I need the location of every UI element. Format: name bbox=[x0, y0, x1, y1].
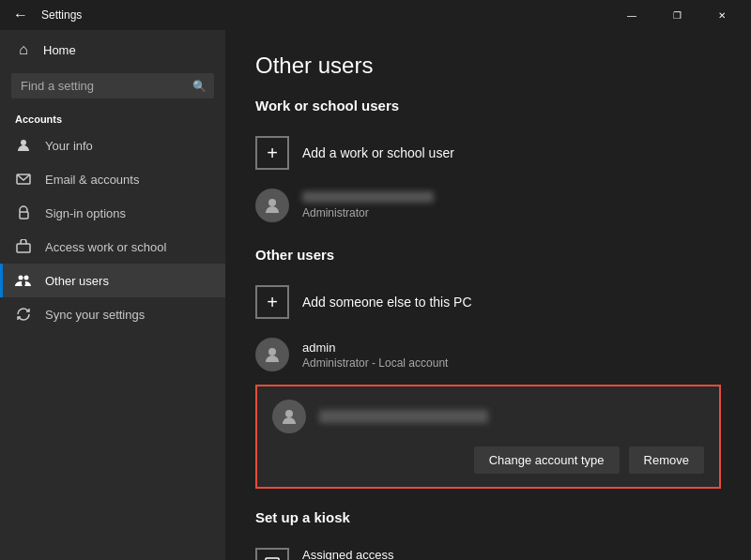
add-work-user-item[interactable]: + Add a work or school user bbox=[255, 127, 721, 179]
content-area: Other users Work or school users + Add a… bbox=[225, 30, 751, 560]
search-icon: 🔍 bbox=[192, 80, 207, 93]
selected-user-box: Change account type Remove bbox=[255, 385, 721, 489]
titlebar: ← Settings — ❐ ✕ bbox=[0, 0, 751, 30]
sidebar: ⌂ Home 🔍 Accounts Your info Email & acco… bbox=[0, 30, 225, 560]
sidebar-item-other-users[interactable]: Other users bbox=[0, 264, 225, 297]
admin-user-name: admin bbox=[302, 341, 448, 355]
home-icon: ⌂ bbox=[15, 41, 32, 58]
assigned-access-text: Assigned access Set up this device as a … bbox=[302, 548, 678, 560]
svg-point-0 bbox=[21, 140, 26, 145]
other-users-section-title: Other users bbox=[255, 247, 721, 263]
assigned-access-title: Assigned access bbox=[302, 548, 678, 560]
add-work-icon: + bbox=[255, 136, 289, 170]
svg-point-6 bbox=[268, 199, 276, 206]
kiosk-section-title: Set up a kiosk bbox=[255, 509, 721, 525]
sidebar-email-label: Email & accounts bbox=[45, 173, 139, 187]
selected-user-name-blurred bbox=[319, 410, 488, 423]
change-account-type-button[interactable]: Change account type bbox=[474, 446, 620, 474]
restore-button[interactable]: ❐ bbox=[655, 0, 698, 30]
sidebar-item-signin[interactable]: Sign-in options bbox=[0, 196, 225, 230]
add-someone-icon: + bbox=[255, 285, 289, 319]
admin-info: admin Administrator - Local account bbox=[302, 341, 448, 370]
svg-rect-3 bbox=[17, 244, 30, 252]
administrator-user-item[interactable]: Administrator bbox=[255, 179, 721, 232]
admin-avatar bbox=[255, 338, 289, 371]
sidebar-other-users-label: Other users bbox=[45, 274, 109, 288]
administrator-info: Administrator bbox=[302, 191, 434, 219]
window-controls: — ❐ ✕ bbox=[610, 0, 743, 30]
selected-user-row bbox=[272, 400, 704, 433]
admin-user-desc: Administrator - Local account bbox=[302, 356, 448, 370]
sync-icon bbox=[15, 306, 32, 323]
svg-point-4 bbox=[19, 276, 23, 280]
svg-point-5 bbox=[24, 276, 29, 280]
remove-button[interactable]: Remove bbox=[629, 446, 704, 474]
signin-icon bbox=[15, 204, 32, 221]
kiosk-icon bbox=[255, 548, 289, 560]
main-layout: ⌂ Home 🔍 Accounts Your info Email & acco… bbox=[0, 30, 751, 560]
sidebar-sync-label: Sync your settings bbox=[45, 308, 145, 322]
home-label: Home bbox=[43, 43, 76, 57]
sidebar-your-info-label: Your info bbox=[45, 139, 93, 153]
selected-user-actions: Change account type Remove bbox=[272, 446, 704, 474]
admin-user-item[interactable]: admin Administrator - Local account bbox=[255, 328, 721, 381]
sidebar-search: 🔍 bbox=[11, 73, 214, 98]
svg-point-8 bbox=[285, 410, 293, 417]
add-someone-item[interactable]: + Add someone else to this PC bbox=[255, 276, 721, 328]
sidebar-item-work[interactable]: Access work or school bbox=[0, 230, 225, 264]
sidebar-item-sync[interactable]: Sync your settings bbox=[0, 297, 225, 331]
other-users-icon bbox=[15, 272, 32, 289]
administrator-avatar bbox=[255, 189, 289, 222]
page-title: Other users bbox=[255, 53, 721, 79]
work-icon bbox=[15, 238, 32, 255]
sidebar-item-home[interactable]: ⌂ Home bbox=[0, 30, 225, 69]
close-button[interactable]: ✕ bbox=[700, 0, 743, 30]
svg-rect-2 bbox=[20, 212, 28, 219]
sidebar-section-label: Accounts bbox=[0, 106, 225, 129]
back-button[interactable]: ← bbox=[8, 2, 34, 28]
email-icon bbox=[15, 171, 32, 188]
search-input[interactable] bbox=[11, 73, 214, 98]
add-work-label: Add a work or school user bbox=[302, 145, 454, 160]
sidebar-signin-label: Sign-in options bbox=[45, 206, 126, 220]
sidebar-item-your-info[interactable]: Your info bbox=[0, 129, 225, 162]
titlebar-title: Settings bbox=[41, 8, 82, 22]
administrator-label: Administrator bbox=[302, 206, 434, 219]
minimize-button[interactable]: — bbox=[610, 0, 653, 30]
sidebar-item-email[interactable]: Email & accounts bbox=[0, 162, 225, 196]
sidebar-work-label: Access work or school bbox=[45, 240, 166, 254]
administrator-name-blurred bbox=[302, 191, 434, 203]
work-school-section-title: Work or school users bbox=[255, 98, 721, 114]
selected-user-avatar bbox=[272, 400, 306, 433]
your-info-icon bbox=[15, 137, 32, 154]
add-someone-label: Add someone else to this PC bbox=[302, 295, 472, 310]
svg-point-7 bbox=[268, 348, 276, 356]
assigned-access-item[interactable]: Assigned access Set up this device as a … bbox=[255, 538, 721, 560]
